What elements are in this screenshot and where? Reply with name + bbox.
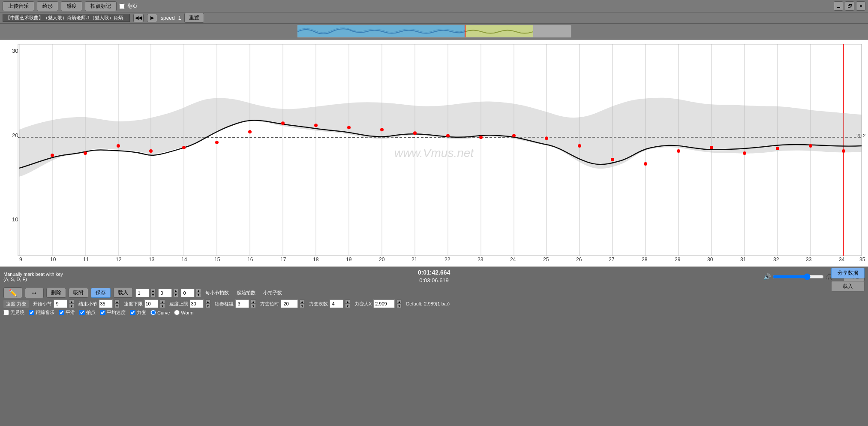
speed-high-input[interactable]	[190, 299, 204, 308]
load-data-button[interactable]: 载入	[831, 281, 865, 292]
svg-text:23: 23	[478, 257, 484, 263]
beat-mark-button[interactable]: 拍点标记	[85, 1, 117, 11]
spinner2-down[interactable]: ▼	[173, 293, 178, 297]
spinner2-input[interactable]	[158, 289, 172, 297]
speed-low-input[interactable]	[144, 299, 158, 308]
force-x-group: 力变大X ▲ ▼	[354, 299, 402, 308]
svg-point-69	[248, 130, 252, 133]
load-button[interactable]: 载入	[113, 288, 133, 298]
force-x-input[interactable]	[373, 299, 395, 308]
svg-text:25: 25	[543, 257, 549, 263]
smooth-group: 平滑	[59, 309, 75, 316]
svg-text:24: 24	[510, 257, 516, 263]
flip-page-checkbox[interactable]	[119, 3, 125, 9]
sensitivity-button[interactable]: 感度	[61, 1, 82, 11]
continue-down[interactable]: ▼	[251, 304, 256, 308]
waveform-blue-region	[297, 25, 465, 37]
svg-point-81	[644, 162, 647, 166]
chart-container[interactable]: www.Vmus.net 30 20 10 20.2 9 10 11 12 13…	[0, 39, 868, 267]
waveform-bar[interactable]	[297, 25, 571, 38]
force-change-checkbox[interactable]	[130, 310, 135, 315]
svg-text:30: 30	[12, 48, 18, 54]
force-change-input[interactable]	[330, 299, 343, 308]
spinner3-input[interactable]	[181, 289, 195, 297]
status-text: Manually mark beat with key (A, S, D, F)	[3, 272, 291, 282]
continue-up[interactable]: ▲	[251, 299, 256, 304]
spinner2-arrows: ▲ ▼	[173, 289, 178, 297]
spinner1-up[interactable]: ▲	[150, 289, 156, 293]
change-time-input[interactable]	[281, 299, 298, 308]
speed-low-up[interactable]: ▲	[160, 299, 165, 304]
change-time-group: 方变位时 ▲ ▼	[260, 299, 305, 308]
force-x-arrows: ▲ ▼	[396, 299, 402, 308]
speed-change-label: 速度·力变	[3, 300, 29, 308]
file-label: 【中国艺术歌曲】（魅人歌）肖炳老师-1（魅人歌）肖炳...	[3, 14, 130, 22]
minimize-icon[interactable]: 🗕	[834, 1, 843, 11]
end-bar-down[interactable]: ▼	[114, 304, 120, 308]
worm-radio[interactable]	[174, 310, 180, 315]
svg-text:13: 13	[149, 257, 155, 263]
start-bar-up[interactable]: ▲	[69, 299, 74, 304]
speed-low-down[interactable]: ▼	[160, 304, 165, 308]
no-shake-checkbox[interactable]	[3, 310, 9, 315]
spinner1-down[interactable]: ▼	[150, 293, 156, 297]
end-bar-input[interactable]	[99, 299, 113, 308]
force-change-down[interactable]: ▼	[345, 304, 350, 308]
share-data-button[interactable]: 分享数据	[831, 268, 865, 278]
transport-play-button[interactable]: ▶	[147, 14, 157, 22]
svg-point-82	[677, 149, 680, 153]
beat-checkbox[interactable]	[79, 310, 85, 315]
spinner1-arrows: ▲ ▼	[150, 289, 156, 297]
svg-text:9: 9	[19, 257, 22, 263]
speed-high-up[interactable]: ▲	[205, 299, 210, 304]
continue-group: 续奏柱组 ▲ ▼	[215, 299, 256, 308]
apply-button[interactable]: 重置	[184, 13, 204, 23]
draw-shape-button[interactable]: 绘形	[37, 1, 58, 11]
change-time-up[interactable]: ▲	[300, 299, 305, 304]
spinner2-group: ▲ ▼	[158, 289, 178, 297]
flip-page-label: 翻页	[127, 3, 138, 10]
end-bar-up[interactable]: ▲	[114, 299, 120, 304]
pen-tool-button[interactable]: ✏️	[3, 287, 22, 298]
transport-prev-button[interactable]: ◀◀	[133, 14, 144, 22]
svg-text:10: 10	[12, 216, 18, 223]
force-change-cb-group: 力变	[130, 309, 146, 316]
avg-speed-checkbox[interactable]	[100, 310, 105, 315]
volume-slider[interactable]	[772, 273, 824, 280]
force-change-label: 力变次数	[309, 301, 328, 307]
start-bar-down[interactable]: ▼	[69, 304, 74, 308]
smooth-checkbox[interactable]	[59, 310, 64, 315]
spinner1-input[interactable]	[135, 289, 149, 297]
continue-arrows: ▲ ▼	[251, 299, 256, 308]
svg-point-75	[446, 134, 450, 137]
svg-text:26: 26	[576, 257, 582, 263]
force-x-up[interactable]: ▲	[396, 299, 402, 304]
speed-high-arrows: ▲ ▼	[205, 299, 210, 308]
start-bar-input[interactable]	[54, 299, 67, 308]
track-music-label: 跟踪音乐	[36, 309, 54, 316]
spinner2-up[interactable]: ▲	[173, 289, 178, 293]
upload-music-button[interactable]: 上传音乐	[3, 1, 34, 11]
svg-point-77	[512, 134, 516, 137]
spinner3-up[interactable]: ▲	[196, 289, 201, 293]
continue-input[interactable]	[235, 299, 249, 308]
move-tool-button[interactable]: ↔️	[25, 288, 44, 298]
force-x-down[interactable]: ▼	[396, 304, 402, 308]
right-panel-buttons: 分享数据 载入	[831, 268, 865, 292]
svg-text:20: 20	[12, 132, 18, 139]
maximize-icon[interactable]: 🗗	[845, 1, 854, 11]
delete-button[interactable]: 删除	[46, 288, 66, 298]
svg-text:31: 31	[740, 257, 746, 263]
speed-high-down[interactable]: ▼	[205, 304, 210, 308]
save-button[interactable]: 保存	[91, 288, 111, 298]
default-label: Default:	[406, 301, 422, 306]
svg-point-63	[51, 154, 54, 157]
close-icon[interactable]: ✕	[856, 1, 865, 11]
absorb-button[interactable]: 吸附	[69, 288, 88, 298]
spinner3-down[interactable]: ▼	[196, 293, 201, 297]
track-music-checkbox[interactable]	[29, 310, 34, 315]
svg-point-70	[281, 121, 285, 125]
force-change-up[interactable]: ▲	[345, 299, 350, 304]
change-time-down[interactable]: ▼	[300, 304, 305, 308]
curve-radio[interactable]	[150, 310, 156, 315]
